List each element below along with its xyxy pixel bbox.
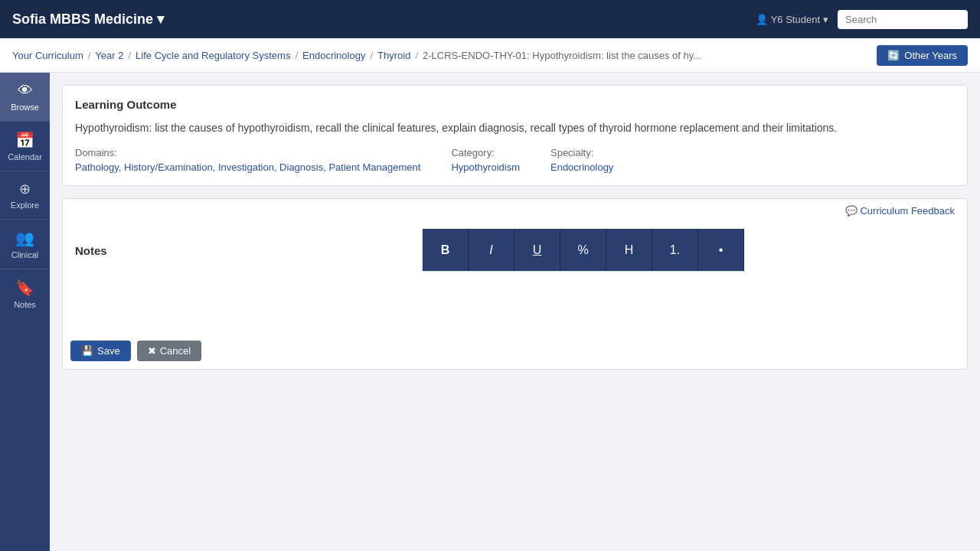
user-caret: ▾ (823, 14, 828, 25)
sidebar: 👁 Browse 📅 Calendar ⊕ Explore 👥 Clinical… (0, 73, 50, 551)
brand-bold: MBBS Medicine (50, 11, 153, 27)
breadcrumb-current: 2-LCRS-ENDO-THY-01: Hypothyroidism: list… (423, 50, 701, 61)
ordered-list-button[interactable]: 1. (652, 229, 698, 271)
speech-icon: 💬 (845, 205, 858, 217)
other-years-button[interactable]: 🔄 Other Years (877, 45, 968, 66)
main-content: Learning Outcome Hypothyroidism: list th… (50, 73, 980, 551)
breadcrumb-sep-1: / (88, 50, 91, 61)
search-input[interactable] (838, 10, 968, 29)
notes-label: Notes (63, 229, 423, 272)
brand-link[interactable]: Sofia MBBS Medicine ▾ (12, 11, 164, 28)
user-label: Y6 Student (771, 14, 820, 25)
category-label: Category: (451, 147, 520, 158)
layout: 👁 Browse 📅 Calendar ⊕ Explore 👥 Clinical… (0, 73, 980, 551)
breadcrumb-sep-4: / (370, 50, 373, 61)
link-button[interactable]: % (560, 229, 606, 271)
notes-card: 💬 Curriculum Feedback Notes B I U % H 1.… (62, 198, 968, 370)
sidebar-label-clinical: Clinical (11, 250, 38, 259)
bold-button[interactable]: B (423, 229, 469, 271)
breadcrumb-your-curriculum[interactable]: Your Curriculum (12, 50, 83, 61)
lo-domains: Domains: Pathology, History/Examination,… (75, 147, 420, 173)
sidebar-item-explore[interactable]: ⊕ Explore (0, 171, 50, 219)
sidebar-label-explore: Explore (11, 201, 39, 210)
notes-icon: 🔖 (15, 279, 34, 297)
specialty-value: Endocrinology (550, 161, 613, 173)
bullet-list-button[interactable]: • (698, 229, 744, 271)
breadcrumb-thyroid[interactable]: Thyroid (377, 50, 410, 61)
sync-icon: 🔄 (887, 50, 900, 61)
calendar-icon: 📅 (15, 131, 34, 149)
save-label: Save (97, 345, 120, 357)
navbar-right: 👤 Y6 Student ▾ (756, 10, 968, 29)
user-icon: 👤 (756, 14, 768, 25)
learning-outcome-title: Learning Outcome (75, 98, 955, 111)
user-menu[interactable]: 👤 Y6 Student ▾ (756, 14, 828, 25)
specialty-link[interactable]: Endocrinology (550, 161, 613, 173)
sidebar-item-calendar[interactable]: 📅 Calendar (0, 121, 50, 171)
eye-icon: 👁 (18, 82, 33, 99)
notes-toolbar: B I U % H 1. • (423, 229, 744, 272)
learning-outcome-card: Learning Outcome Hypothyroidism: list th… (62, 85, 968, 186)
breadcrumb-sep-2: / (128, 50, 131, 61)
breadcrumb-year2[interactable]: Year 2 (95, 50, 123, 61)
sidebar-label-calendar: Calendar (8, 152, 42, 161)
sidebar-item-notes[interactable]: 🔖 Notes (0, 269, 50, 318)
specialty-label: Specialty: (550, 147, 613, 158)
domains-label: Domains: (75, 147, 420, 158)
notes-actions: 💾 Save ✖ Cancel (63, 333, 967, 369)
notes-editor[interactable] (63, 272, 967, 333)
notes-header-row: Notes B I U % H 1. • (63, 229, 967, 272)
sidebar-label-notes: Notes (14, 300, 36, 309)
italic-button[interactable]: I (469, 229, 514, 271)
brand-normal: Sofia (12, 11, 50, 27)
underline-button[interactable]: U (514, 229, 560, 271)
cancel-label: Cancel (160, 345, 191, 357)
heading-button[interactable]: H (606, 229, 652, 271)
lo-meta: Domains: Pathology, History/Examination,… (75, 147, 955, 173)
breadcrumb-lifecycle[interactable]: Life Cycle and Regulatory Systems (136, 50, 290, 61)
cancel-button[interactable]: ✖ Cancel (137, 341, 201, 361)
domains-link[interactable]: Pathology, History/Examination, Investig… (75, 161, 420, 173)
sidebar-item-browse[interactable]: 👁 Browse (0, 73, 50, 121)
brand-caret: ▾ (153, 11, 164, 27)
clinical-icon: 👥 (15, 229, 34, 247)
curriculum-feedback-link[interactable]: Curriculum Feedback (860, 205, 955, 217)
other-years-label: Other Years (904, 50, 957, 61)
cancel-icon: ✖ (148, 345, 156, 357)
lo-specialty: Specialty: Endocrinology (550, 147, 613, 173)
domains-value: Pathology, History/Examination, Investig… (75, 161, 420, 173)
explore-icon: ⊕ (19, 181, 31, 197)
breadcrumb: Your Curriculum / Year 2 / Life Cycle an… (12, 50, 701, 61)
category-value: Hypothyroidism (451, 161, 520, 173)
category-link[interactable]: Hypothyroidism (451, 161, 520, 173)
sidebar-item-clinical[interactable]: 👥 Clinical (0, 219, 50, 269)
breadcrumb-bar: Your Curriculum / Year 2 / Life Cycle an… (0, 38, 980, 73)
curriculum-feedback: 💬 Curriculum Feedback (63, 199, 967, 223)
sidebar-label-browse: Browse (11, 103, 39, 112)
save-icon: 💾 (81, 345, 93, 357)
lo-category: Category: Hypothyroidism (451, 147, 520, 173)
navbar: Sofia MBBS Medicine ▾ 👤 Y6 Student ▾ (0, 0, 980, 38)
lo-description: Hypothyroidism: list the causes of hypot… (75, 120, 955, 136)
breadcrumb-sep-3: / (295, 50, 298, 61)
breadcrumb-sep-5: / (415, 50, 418, 61)
save-button[interactable]: 💾 Save (70, 341, 131, 361)
breadcrumb-endocrinology[interactable]: Endocrinology (302, 50, 365, 61)
